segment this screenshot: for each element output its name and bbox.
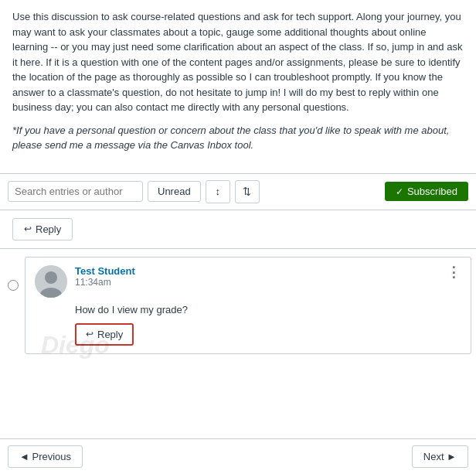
discussion-body: Use this discussion to ask course-relate…: [0, 0, 476, 174]
sort-desc-button[interactable]: ⇅: [235, 180, 260, 203]
svg-point-1: [45, 271, 57, 284]
author-info: Test Student 11:34am: [75, 265, 439, 288]
check-icon: ✓: [396, 186, 403, 197]
subscribed-button[interactable]: ✓ Subscribed: [385, 182, 468, 201]
discussion-paragraph-1: Use this discussion to ask course-relate…: [12, 9, 464, 115]
thread-row: Test Student 11:34am ⋮ How do I view my …: [8, 257, 471, 354]
more-options-icon[interactable]: ⋮: [447, 265, 461, 279]
reply-inline-button[interactable]: ↩ Reply: [75, 323, 134, 346]
sort-asc-icon: ↕: [215, 186, 220, 197]
search-input[interactable]: [8, 181, 143, 202]
post-time: 11:34am: [75, 277, 439, 288]
discussion-area: Test Student 11:34am ⋮ How do I view my …: [0, 249, 476, 362]
sort-desc-icon: ⇅: [243, 186, 251, 197]
discussion-toolbar: Unread ↕ ⇅ ✓ Subscribed: [0, 174, 476, 210]
footer-nav: ◄ Previous Next ►: [0, 438, 476, 474]
next-button[interactable]: Next ►: [412, 445, 468, 468]
sort-asc-button[interactable]: ↕: [206, 180, 230, 203]
previous-button[interactable]: ◄ Previous: [8, 445, 83, 468]
discussion-paragraph-2: *If you have a personal question or conc…: [12, 123, 464, 153]
post-text: How do I view my grade?: [75, 304, 461, 315]
thread-body: Test Student 11:34am ⋮ How do I view my …: [25, 257, 471, 354]
reply-main-button[interactable]: ↩ Reply: [12, 218, 73, 240]
avatar: [35, 265, 67, 298]
reply-icon: ↩: [24, 223, 32, 234]
unread-button[interactable]: Unread: [148, 181, 201, 202]
reply-inline-icon: ↩: [86, 329, 94, 339]
thread-radio[interactable]: [8, 280, 19, 291]
reply-bar: ↩ Reply: [0, 210, 476, 249]
thread-header: Test Student 11:34am ⋮: [35, 265, 461, 298]
author-name[interactable]: Test Student: [75, 265, 439, 277]
